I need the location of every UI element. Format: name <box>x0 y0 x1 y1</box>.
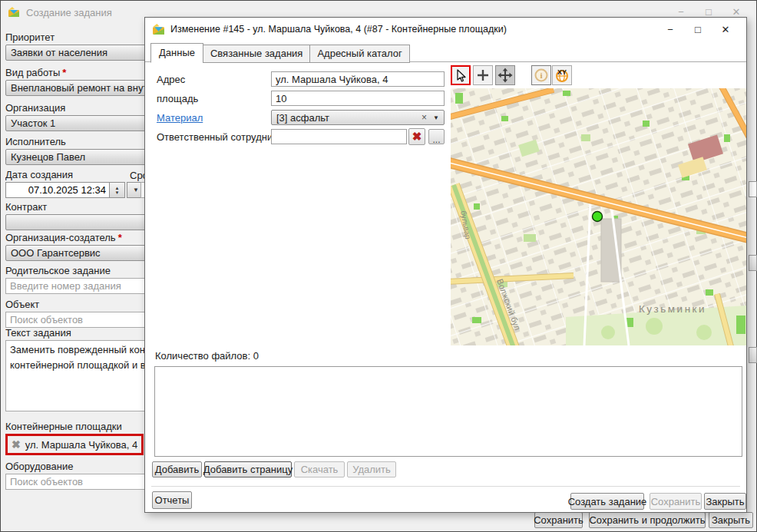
dialog-title: Изменение #145 - ул. Маршала Чуйкова, 4 … <box>170 24 507 35</box>
clear-icon[interactable]: ✖ <box>12 438 21 451</box>
executor-label: Исполнитель <box>5 136 156 147</box>
area-input[interactable] <box>271 91 445 106</box>
container-sites-label: Контейнерные площадки <box>5 421 156 432</box>
minimize-icon[interactable]: − <box>656 20 684 38</box>
date-spinner[interactable]: ▲▼ <box>110 182 125 198</box>
field-task-text: Текст задания Заменить поврежденный конт… <box>5 327 156 411</box>
edit-dialog: Изменение #145 - ул. Маршала Чуйкова, 4 … <box>144 17 747 513</box>
contract-label: Контракт <box>5 201 156 213</box>
container-site-item-highlighted[interactable]: ✖ ул. Маршала Чуйкова, 4 <box>5 434 144 455</box>
move-icon <box>498 68 513 83</box>
field-contract: Контракт <box>5 201 156 230</box>
save-button[interactable]: Сохранить <box>534 512 583 528</box>
cursor-icon <box>453 68 468 83</box>
field-organization: Организация Участок 1 <box>5 102 156 131</box>
add-page-button[interactable]: Добавить страницу <box>204 461 292 477</box>
field-creator-org: Организация-создатель* ООО Гарантсервис <box>5 232 156 261</box>
executor-dropdown[interactable]: Кузнецов Павел <box>5 149 156 165</box>
dialog-titlebar: Изменение #145 - ул. Маршала Чуйкова, 4 … <box>145 18 746 41</box>
equipment-label: Оборудование <box>5 461 156 472</box>
map-add-point-tool-button[interactable] <box>473 65 493 85</box>
browse-button[interactable]: ... <box>428 129 445 144</box>
organization-dropdown[interactable]: Участок 1 <box>5 115 156 131</box>
district-label: Кузьминки <box>639 303 706 315</box>
create-task-button[interactable]: Создать задание <box>570 493 644 510</box>
map-info-tool-button[interactable]: i <box>531 65 551 85</box>
chevron-down-icon[interactable]: ▼ <box>433 114 439 121</box>
map-view[interactable]: бульвар Волжский бул Кузьминки <box>451 88 746 345</box>
background-control-sliver <box>749 347 757 363</box>
reports-button[interactable]: Отчеты <box>152 491 192 509</box>
background-control-sliver <box>749 255 757 271</box>
task-text-label: Текст задания <box>5 327 156 339</box>
material-link[interactable]: Материал <box>157 112 203 124</box>
work-type-label: Вид работы <box>5 67 60 78</box>
main-window-title: Создание задания <box>26 7 112 18</box>
task-text-line: контейнерной площадкой и въез <box>10 358 151 373</box>
equipment-search-input[interactable] <box>5 474 156 490</box>
svg-text:i: i <box>540 71 542 80</box>
responsible-label: Ответственный сотрудник <box>157 131 277 143</box>
plus-icon <box>475 68 491 83</box>
download-file-button: Скачать <box>294 461 345 477</box>
save-and-continue-button[interactable]: Сохранить и продолжить <box>589 512 706 528</box>
field-parent-task: Родительское задание <box>5 265 156 294</box>
map-coordinates-tool-button[interactable]: XY <box>552 65 572 85</box>
tab-address-catalog[interactable]: Адресный каталог <box>309 45 409 63</box>
map-select-tool-button[interactable] <box>451 65 471 85</box>
object-search-input[interactable] <box>5 312 156 328</box>
creator-org-label: Организация-создатель <box>5 232 116 243</box>
object-label: Объект <box>5 299 156 310</box>
add-file-button[interactable]: Добавить <box>152 461 202 477</box>
material-value: [3] асфальт <box>276 112 329 124</box>
field-object: Объект <box>5 299 156 328</box>
required-mark: * <box>62 67 66 78</box>
app-icon <box>152 23 165 36</box>
tab-related-tasks[interactable]: Связанные задания <box>203 45 310 63</box>
footer-divider <box>151 486 740 487</box>
map-pan-tool-button[interactable] <box>495 65 515 85</box>
organization-label: Организация <box>5 102 156 114</box>
work-type-dropdown[interactable]: Внеплановый ремонт на внутрид <box>5 80 156 96</box>
field-executor: Исполнитель Кузнецов Павел <box>5 136 156 165</box>
maximize-icon[interactable]: □ <box>684 20 712 38</box>
field-priority: Приоритет Заявки от населения <box>5 31 156 61</box>
address-label: Адрес <box>157 74 185 85</box>
date-created-input[interactable] <box>5 182 110 198</box>
map-canvas: бульвар Волжский бул Кузьминки <box>451 88 746 345</box>
material-dropdown[interactable]: [3] асфальт × ▼ <box>271 110 445 125</box>
clear-responsible-button[interactable]: ✖ <box>408 128 425 145</box>
task-text-area[interactable]: Заменить поврежденный контей контейнерно… <box>5 340 156 411</box>
contract-dropdown[interactable] <box>5 214 156 230</box>
parent-task-input[interactable] <box>5 278 156 294</box>
responsible-input[interactable] <box>271 129 407 144</box>
area-label: площадь <box>157 93 198 104</box>
dialog-close-button[interactable]: Закрыть <box>704 493 746 510</box>
creator-org-dropdown[interactable]: ООО Гарантсервис <box>5 245 156 261</box>
priority-label: Приоритет <box>5 31 156 43</box>
dialog-window-controls: − □ ✕ <box>656 20 739 38</box>
address-input[interactable] <box>271 71 445 87</box>
clear-icon[interactable]: × <box>421 112 427 123</box>
creator-org-value: ООО Гарантсервис <box>11 247 101 259</box>
field-container-sites: Контейнерные площадки ✖ ул. Маршала Чуйк… <box>5 421 156 455</box>
task-text-line: Заменить поврежденный контей <box>10 342 151 358</box>
svg-text:XY: XY <box>557 68 567 76</box>
files-list[interactable] <box>154 366 742 457</box>
field-date-created: Дата создания ▲▼ ▼ Срок <box>5 169 156 198</box>
close-icon[interactable]: ✕ <box>712 20 739 38</box>
chevron-down-icon: ▼ <box>133 187 139 193</box>
container-site-address: ул. Маршала Чуйкова, 4 <box>25 439 137 451</box>
work-type-value: Внеплановый ремонт на внутрид <box>11 82 156 94</box>
xy-globe-icon: XY <box>554 68 570 83</box>
parent-task-label: Родительское задание <box>5 265 156 276</box>
map-marker[interactable] <box>593 212 603 222</box>
organization-value: Участок 1 <box>11 117 55 129</box>
delete-file-button: Удалить <box>347 461 396 477</box>
tab-data[interactable]: Данные <box>150 43 203 63</box>
close-button[interactable]: Закрыть <box>709 512 753 528</box>
priority-dropdown[interactable]: Заявки от населения <box>5 45 156 61</box>
field-work-type: Вид работы* Внеплановый ремонт на внутри… <box>5 67 156 96</box>
priority-value: Заявки от населения <box>11 47 107 58</box>
required-mark: * <box>118 232 122 243</box>
